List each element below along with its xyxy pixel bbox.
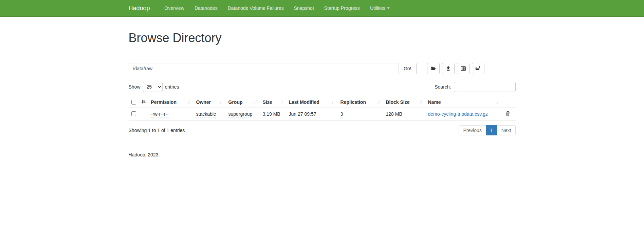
page-size-select[interactable]: 25 [143,82,163,92]
table-summary: Showing 1 to 1 of 1 entries [129,128,185,133]
table-row: -rw-r--r-- stackable supergroup 3.19 MB … [129,108,516,120]
file-list-button[interactable] [457,63,470,74]
last-modified-value: Jun 27 09:57 [289,111,316,117]
header-owner-label: Owner [196,99,211,105]
header-name-label: Name [428,99,441,105]
page-title: Browse Directory [129,31,516,45]
sort-icon: ↓↑ [377,100,381,105]
move-files-button[interactable] [472,63,484,74]
header-group-label: Group [228,99,243,105]
caret-down-icon [387,7,390,9]
pagination-next[interactable]: Next [497,125,516,135]
page-header: Browse Directory [129,31,516,55]
footer-text: Hadoop, 2023. [129,152,516,157]
owner-value[interactable]: stackable [196,111,216,117]
delete-file-button[interactable] [505,111,510,117]
permission-value[interactable]: -rw-r--r-- [151,111,169,117]
row-checkbox[interactable] [131,111,136,116]
search-label: Search: [435,84,451,90]
header-actions [503,97,516,108]
nav-item-utilities-label: Utilities [370,5,385,11]
nav-item-utilities[interactable]: Utilities [365,0,395,16]
file-table: Permission ↓↑ Owner ↓↑ Group ↓↑ [129,97,516,120]
pagination-page-1[interactable]: 1 [486,125,497,135]
nav-item-datanode-volume-failures[interactable]: Datanode Volume Failures [223,0,289,16]
size-value: 3.19 MB [263,111,280,117]
select-all-checkbox[interactable] [131,100,136,105]
table-search-control: Search: [435,82,515,92]
nav-item-datanodes[interactable]: Datanodes [189,0,223,16]
group-value[interactable]: supergroup [228,111,253,117]
header-permission[interactable]: Permission ↓↑ [148,97,194,108]
header-size-label: Size [263,99,272,105]
block-size-value: 128 MB [386,111,402,117]
table-search-input[interactable] [454,82,516,92]
pagination-previous[interactable]: Previous [459,125,486,135]
header-last-modified-label: Last Modified [289,99,319,105]
sort-asc-icon [141,99,146,105]
create-directory-button[interactable] [427,63,440,74]
folder-open-icon [430,66,436,71]
header-permission-label: Permission [151,99,177,105]
file-name-link[interactable]: demo-cycling-tripdata.csv.gz [428,111,488,117]
go-button[interactable]: Go! [399,63,417,74]
header-owner[interactable]: Owner ↓↑ [194,97,226,108]
upload-icon [445,66,451,71]
footer-divider [129,145,516,145]
directory-path-group: Go! [129,63,417,74]
file-action-buttons [427,63,484,74]
navbar-menu: Overview Datanodes Datanode Volume Failu… [160,0,395,16]
nav-item-overview[interactable]: Overview [160,0,189,16]
brand-hadoop[interactable]: Hadoop [129,5,153,12]
folder-move-icon [475,66,481,71]
show-label: Show [129,84,141,90]
site-footer: Hadoop, 2023. [129,152,516,157]
upload-files-button[interactable] [442,63,455,74]
nav-item-startup-progress[interactable]: Startup Progress [319,0,365,16]
header-name[interactable]: Name ↓↑ [425,97,503,108]
header-select-all[interactable] [129,97,148,108]
pagination: Previous 1 Next [459,125,515,135]
header-block-size-label: Block Size [386,99,410,105]
nav-item-snapshot[interactable]: Snapshot [289,0,319,16]
trash-icon [505,111,510,117]
sort-icon: ↓↑ [254,100,257,105]
entries-label: entries [165,84,179,90]
directory-path-input[interactable] [129,63,399,74]
page-length-control: Show 25 entries [129,82,179,92]
replication-value[interactable]: 3 [341,111,343,117]
sort-icon: ↓↑ [419,100,423,105]
header-size[interactable]: Size ↓↑ [260,97,286,108]
header-block-size[interactable]: Block Size ↓↑ [383,97,425,108]
sort-icon: ↓↑ [187,100,191,105]
header-last-modified[interactable]: Last Modified ↓↑ [286,97,338,108]
sort-icon: ↓↑ [497,100,500,105]
sort-icon: ↓↑ [220,100,223,105]
sort-icon: ↓↑ [332,100,335,105]
table-header-row: Permission ↓↑ Owner ↓↑ Group ↓↑ [129,97,516,108]
top-navbar: Hadoop Overview Datanodes Datanode Volum… [0,0,644,17]
header-replication[interactable]: Replication ↓↑ [338,97,383,108]
sort-icon: ↓↑ [280,100,283,105]
th-list-icon [460,66,466,71]
header-group[interactable]: Group ↓↑ [226,97,260,108]
header-replication-label: Replication [341,99,366,105]
